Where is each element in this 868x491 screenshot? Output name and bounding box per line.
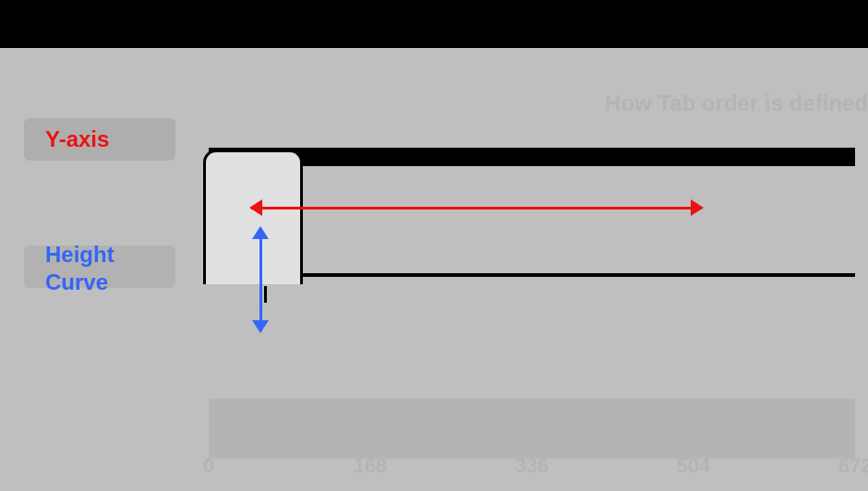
xtick-4: 672 (838, 454, 868, 478)
chart-x-axis-line (209, 447, 855, 450)
figure-canvas: Y-axis Height Curve How Tab order is def… (0, 0, 868, 491)
chart-plot-area: How Tab order is defined 0 168 336 504 6… (209, 48, 868, 491)
arrow-height-extent (259, 228, 262, 331)
top-black-bar (0, 0, 868, 48)
tab-knob (203, 150, 303, 284)
arrow-up-icon (252, 226, 269, 239)
chart-row-mid-border (209, 273, 855, 277)
legend-panel: Y-axis Height Curve (0, 48, 209, 491)
xtick-2: 336 (515, 454, 549, 478)
legend-label-yaxis: Y-axis (45, 126, 109, 152)
chart-row-top-border (209, 148, 855, 166)
arrow-right-icon (691, 199, 704, 216)
legend-label-height-b: Curve (45, 269, 108, 295)
arrow-down-icon (252, 320, 269, 333)
xtick-1: 168 (354, 454, 388, 478)
arrow-yaxis-extent (251, 207, 702, 210)
tab-tick-indicator (264, 286, 267, 303)
xtick-0: 0 (203, 454, 214, 478)
legend-label-height-a: Height (45, 242, 115, 268)
arrow-left-icon (249, 199, 262, 216)
xtick-3: 504 (677, 454, 711, 478)
chart-title: How Tab order is defined (605, 90, 868, 116)
